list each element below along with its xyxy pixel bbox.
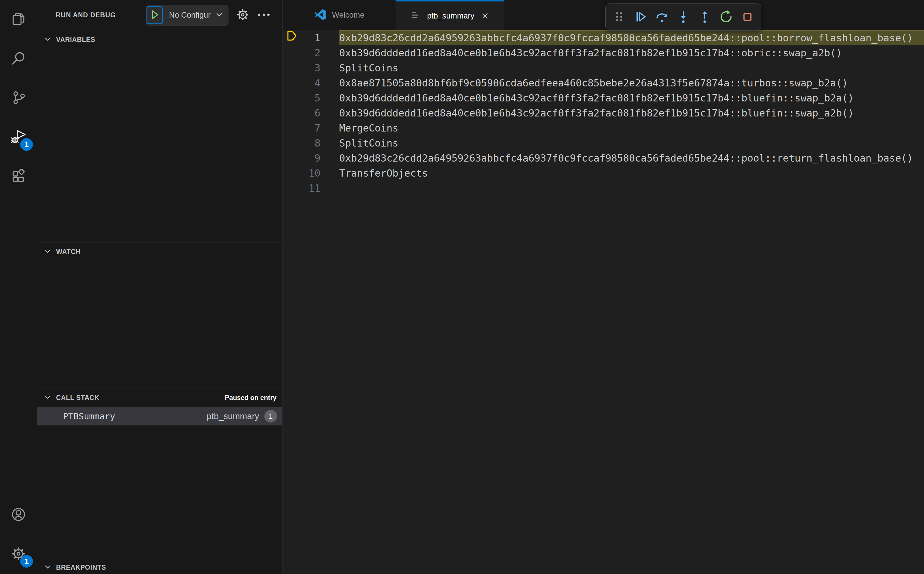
step-over-button[interactable] — [655, 10, 669, 24]
start-debug-button[interactable] — [146, 6, 163, 24]
line-number: 3 — [302, 60, 320, 76]
code-line-text: 0xb29d83c26cdd2a64959263abbcfc4a6937f0c9… — [339, 151, 924, 166]
extensions-icon — [11, 169, 26, 185]
files-icon — [11, 11, 26, 28]
gutter-spacer — [320, 120, 339, 136]
sidebar-item-source-control[interactable] — [0, 79, 37, 118]
gutter-spacer — [320, 106, 339, 120]
sidebar-item-extensions[interactable] — [0, 157, 37, 197]
debug-continue-icon — [634, 10, 647, 25]
code-line-text: 0xb29d83c26cdd2a64959263abbcfc4a6937f0c9… — [339, 30, 924, 46]
breakpoint-gutter[interactable] — [283, 30, 302, 46]
settings-button[interactable]: 1 — [0, 535, 37, 574]
gutter-spacer — [320, 181, 339, 196]
watch-section: WATCH — [37, 242, 282, 388]
line-number: 4 — [302, 76, 320, 90]
activity-bar-top: 1 — [0, 0, 37, 197]
call-stack-section-header[interactable]: CALL STACK Paused on entry — [37, 388, 282, 407]
chevron-down-icon — [43, 563, 52, 572]
editor-group: Welcome ptb_summary 10xb — [283, 0, 924, 574]
debug-toolbar — [605, 3, 761, 31]
breakpoint-gutter[interactable] — [283, 106, 302, 120]
code-line[interactable]: 7MergeCoins — [283, 120, 924, 136]
debug-settings-gear-button[interactable] — [236, 8, 249, 22]
code-lines-container: 10xb29d83c26cdd2a64959263abbcfc4a6937f0c… — [283, 30, 924, 196]
code-line-text — [339, 181, 924, 196]
gutter-spacer — [320, 90, 339, 106]
restart-button[interactable] — [719, 10, 733, 24]
accounts-button[interactable] — [0, 495, 37, 535]
breakpoint-gutter[interactable] — [283, 90, 302, 106]
frame-badge: 1 — [264, 410, 277, 423]
line-number: 6 — [302, 106, 320, 120]
account-icon — [11, 507, 26, 523]
source-control-icon — [11, 90, 26, 106]
watch-section-header[interactable]: WATCH — [37, 243, 282, 261]
code-editor[interactable]: 10xb29d83c26cdd2a64959263abbcfc4a6937f0c… — [283, 30, 924, 574]
stop-button[interactable] — [740, 10, 755, 24]
close-icon[interactable] — [480, 11, 490, 21]
line-number: 9 — [302, 151, 320, 166]
code-line[interactable]: 3SplitCoins — [283, 60, 924, 76]
breakpoint-gutter[interactable] — [283, 120, 302, 136]
breakpoint-gutter[interactable] — [283, 76, 302, 90]
debug-stop-icon — [741, 10, 754, 25]
call-stack-section: CALL STACK Paused on entry PTBSummary pt… — [37, 388, 282, 558]
sidebar-item-run-and-debug[interactable]: 1 — [0, 118, 37, 157]
views-more-actions-button[interactable] — [257, 8, 271, 22]
code-line[interactable]: 50xb39d6dddedd16ed8a40ce0b1e6b43c92acf0f… — [283, 90, 924, 106]
list-icon — [409, 9, 421, 22]
breakpoint-gutter[interactable] — [283, 166, 302, 181]
sidebar-item-explorer[interactable] — [0, 0, 37, 39]
call-stack-label: CALL STACK — [56, 394, 99, 402]
code-line[interactable]: 90xb29d83c26cdd2a64959263abbcfc4a6937f0c… — [283, 151, 924, 166]
continue-button[interactable] — [633, 10, 648, 24]
code-line-text: 0xb39d6dddedd16ed8a40ce0b1e6b43c92acf0ff… — [339, 90, 924, 106]
code-line[interactable]: 11 — [283, 181, 924, 196]
variables-section-header[interactable]: VARIABLES — [37, 30, 282, 49]
gutter-spacer — [320, 30, 339, 46]
call-stack-frame-row[interactable]: PTBSummary ptb_summary 1 — [37, 407, 282, 426]
config-label: No Configur — [169, 11, 211, 20]
code-line-text: 0xb39d6dddedd16ed8a40ce0b1e6b43c92acf0ff… — [339, 106, 924, 120]
search-icon — [11, 51, 26, 67]
sidebar-title: RUN AND DEBUG — [56, 11, 116, 19]
code-line[interactable]: 40x8ae871505a80d8bf6bf9c05906cda6edfeea4… — [283, 76, 924, 90]
line-number: 2 — [302, 46, 320, 60]
breakpoint-gutter[interactable] — [283, 151, 302, 166]
code-line[interactable]: 10TransferObjects — [283, 166, 924, 181]
code-line-text: 0x8ae871505a80d8bf6bf9c05906cda6edfeea46… — [339, 76, 924, 90]
settings-badge: 1 — [20, 555, 33, 568]
code-line[interactable]: 10xb29d83c26cdd2a64959263abbcfc4a6937f0c… — [283, 30, 924, 46]
code-line[interactable]: 60xb39d6dddedd16ed8a40ce0b1e6b43c92acf0f… — [283, 106, 924, 120]
tab-label: Welcome — [332, 11, 364, 20]
debug-restart-icon — [719, 10, 733, 25]
gutter-spacer — [320, 166, 339, 181]
step-out-button[interactable] — [697, 10, 712, 24]
breakpoint-gutter[interactable] — [283, 181, 302, 196]
code-line-text: TransferObjects — [339, 166, 924, 181]
step-into-button[interactable] — [676, 10, 691, 24]
gutter-spacer — [320, 151, 339, 166]
sidebar-item-search[interactable] — [0, 39, 37, 79]
toolbar-drag-handle[interactable] — [612, 10, 626, 24]
breakpoint-gutter[interactable] — [283, 60, 302, 76]
tab-welcome[interactable]: Welcome — [283, 0, 395, 30]
gear-icon — [236, 8, 249, 22]
breakpoints-section-header[interactable]: BREAKPOINTS — [37, 558, 282, 574]
vscode-logo-icon — [314, 9, 326, 22]
debug-configuration-dropdown[interactable]: No Configur — [163, 11, 228, 20]
run-and-debug-sidebar: RUN AND DEBUG No Configur — [37, 0, 283, 574]
paused-status-text: Paused on entry — [225, 394, 277, 402]
breakpoint-gutter[interactable] — [283, 136, 302, 151]
code-line[interactable]: 8SplitCoins — [283, 136, 924, 151]
chevron-down-icon — [43, 35, 52, 44]
debug-badge: 1 — [20, 138, 33, 151]
line-number: 7 — [302, 120, 320, 136]
breakpoint-gutter[interactable] — [283, 46, 302, 60]
tab-ptb-summary[interactable]: ptb_summary — [395, 0, 504, 30]
code-line[interactable]: 20xb39d6dddedd16ed8a40ce0b1e6b43c92acf0f… — [283, 46, 924, 60]
line-number: 10 — [302, 166, 320, 181]
current-line-pointer-icon — [285, 30, 300, 46]
activity-bar-bottom: 1 — [0, 495, 37, 574]
